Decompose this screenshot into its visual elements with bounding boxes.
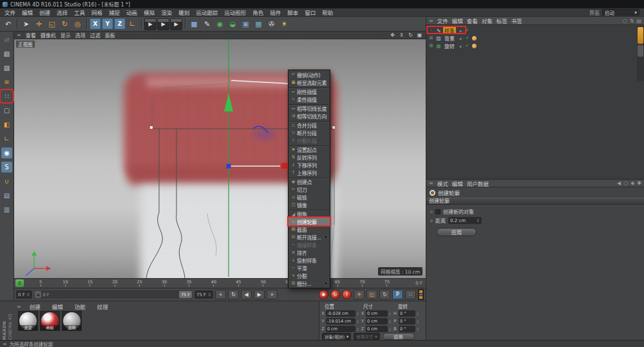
context-menu-item[interactable]: ⌐ 刚性插值 [289,88,330,95]
object-manager-menu-item[interactable]: 编辑 [452,17,463,24]
menubar-item[interactable]: 网格 [88,8,106,16]
object-name[interactable]: 旋转 [443,42,456,50]
menubar-item[interactable]: 工具 [71,8,88,16]
render-view-icon[interactable]: ▶ [144,18,156,30]
goto-start-button[interactable]: « [215,290,226,299]
model-mode-icon[interactable]: ▧ [1,48,12,59]
rotate-tool-icon[interactable]: ↻ [59,18,71,30]
stepper-icon[interactable]: ↕ [356,319,359,324]
context-menu-item[interactable]: ▣ 框显选取元素 [289,79,330,86]
stepper-icon[interactable]: ↕ [416,312,419,316]
rot-p-field[interactable]: 0 ° [399,318,415,324]
edges-mode-icon[interactable]: ▢ [1,105,12,116]
render-to-picture-icon[interactable]: ▶ [157,18,169,30]
enabled-check-icon[interactable]: ✓ [466,28,469,33]
stepper-icon[interactable]: ↕ [388,319,392,324]
record-scale-toggle[interactable]: ◱ [366,290,377,299]
menubar-item[interactable]: 插件 [267,8,284,16]
menubar-item[interactable]: 文件 [1,8,19,16]
size-y-field[interactable]: 0 cm [366,318,388,324]
lock-icon[interactable]: ◈ [630,180,634,186]
object-name[interactable]: 背景 [443,35,456,42]
panel-icon[interactable]: ≡ [17,304,21,310]
context-menu-item[interactable]: ⋔ 分裂片段 [289,136,330,144]
viewport-maximize-icon[interactable]: ▣ [416,32,423,39]
apply-button[interactable]: 应用 [437,228,477,236]
filter-icon[interactable]: ⇅ [630,18,634,24]
coordinate-mode-dropdown[interactable]: 对象(相对) ▾ [322,333,351,340]
object-row-spline[interactable]: · ∿ 样条 ▪ ∶ ✓ [426,26,644,34]
active-layout-tab[interactable] [638,27,643,44]
workplane-mode-icon[interactable]: ≋ [1,77,12,88]
viewport-menu-item[interactable]: 选项 [75,32,86,39]
timeline-ruler[interactable]: 5 10 15 20 25 30 35 40 45 50 55 60 [14,278,426,288]
floor-environment-icon[interactable]: ▦ [252,18,265,30]
create-new-object-checkbox[interactable] [435,209,440,214]
context-menu-item[interactable]: ⚑ 设置起点 [289,145,330,153]
layer-square-icon[interactable]: ▪ [459,44,462,48]
attribute-menu-item[interactable]: 模式 [437,180,448,187]
rot-h-field[interactable]: 0 ° [399,310,415,317]
texture-tag-icon[interactable] [472,36,477,41]
context-menu-item[interactable]: ✚ 创建点 [289,178,330,185]
menubar-item[interactable]: 捕捉 [106,8,123,16]
record-keyframe-button[interactable]: ✱ [319,290,328,299]
menubar-item[interactable]: 帮助 [319,8,336,16]
deformer-icon[interactable]: ◒ [227,18,239,30]
instance-array-icon[interactable]: ▣ [240,18,252,30]
viewport-menu-item[interactable]: 显示 [61,32,71,39]
workplane-snap-icon[interactable]: ▥ [1,204,12,215]
context-menu-item[interactable]: ∾ 熔接样条 [289,241,330,249]
menubar-item[interactable]: 运动图形 [221,8,249,16]
visibility-dots-icon[interactable]: ∶ [463,36,464,41]
context-menu-item[interactable]: ≡ 排齐 [289,249,330,256]
menubar-item[interactable]: 脚本 [284,8,301,16]
history-back-icon[interactable]: ◀ [617,180,621,186]
stepper-icon[interactable]: ↕ [416,327,419,332]
menubar-item[interactable]: 选择 [53,8,71,16]
context-menu-item[interactable]: ∪ 磁铁 [289,193,330,201]
camera-icon[interactable]: ✇ [265,18,278,30]
stepper-icon[interactable]: ↕ [388,312,392,316]
subdivision-surface-icon[interactable]: ◉ [214,18,226,30]
context-menu-item[interactable]: ◢ 倒角 [289,210,330,218]
enabled-check-icon[interactable]: ✓ [466,35,469,41]
loop-button[interactable]: ↻ [228,290,239,299]
viewport[interactable]: ≡ 查看 摄像机 显示 选项 过滤 面板 ✥ ⇕ ↻ [14,32,426,278]
context-menu-item[interactable]: ↓ 下移序列 [289,161,330,169]
viewport-menu-item[interactable]: 面板 [105,32,115,39]
magnet-snap-icon[interactable]: ∪ [1,176,12,187]
axis-lock-x-button[interactable]: X [90,18,101,30]
menubar-item[interactable]: 雕刻 [175,8,193,16]
layout-tab[interactable] [638,45,643,57]
viewport-menu-item[interactable]: 过滤 [90,32,100,39]
stepper-icon[interactable]: ↕ [207,292,211,297]
context-menu-item[interactable]: ◫ 镜像 [289,201,330,209]
pos-z-field[interactable]: 0 cm [326,326,355,332]
tab-box-icon[interactable]: ▤ [636,18,641,24]
context-menu-item[interactable]: ⊂ 合并分段 [289,121,330,129]
coordinates-apply-button[interactable]: 应用 [383,333,415,340]
current-frame-field[interactable]: 0 F ↕ [16,290,32,299]
context-menu-item[interactable]: ⋎ 分裂 [289,272,330,279]
stepper-icon[interactable]: ↕ [416,319,419,324]
attribute-menu-item[interactable]: 编辑 [452,180,463,187]
size-z-field[interactable]: 0 cm [366,326,388,332]
enabled-check-icon[interactable]: ✓ [466,43,469,48]
context-menu-item[interactable]: ⊃ 断开分段 [289,129,330,136]
enable-axis-icon[interactable]: ∟ [1,133,12,144]
keyframe-selection-button[interactable]: ? [342,290,352,299]
range-start-grip[interactable]: ◀ [35,291,41,298]
object-name[interactable]: 样条 [443,27,456,34]
viewport-pan-icon[interactable]: ✥ [389,32,396,39]
range-end-grip[interactable]: 75 F [179,291,192,298]
polygons-mode-icon[interactable]: ◧ [1,119,12,130]
material-thumbnail[interactable]: 商标 [40,311,60,331]
panel-icon[interactable]: ≡ [429,180,433,186]
pos-x-field[interactable]: -0.028 cm [326,310,355,317]
end-frame-field[interactable]: 75 F ↕ [194,290,213,299]
viewport-zoom-icon[interactable]: ⇕ [398,32,405,39]
context-menu-item[interactable]: ⇅ 反转序列 [289,153,330,161]
stepper-icon[interactable]: ↕ [476,218,480,223]
stepper-icon[interactable]: ↕ [26,292,30,297]
